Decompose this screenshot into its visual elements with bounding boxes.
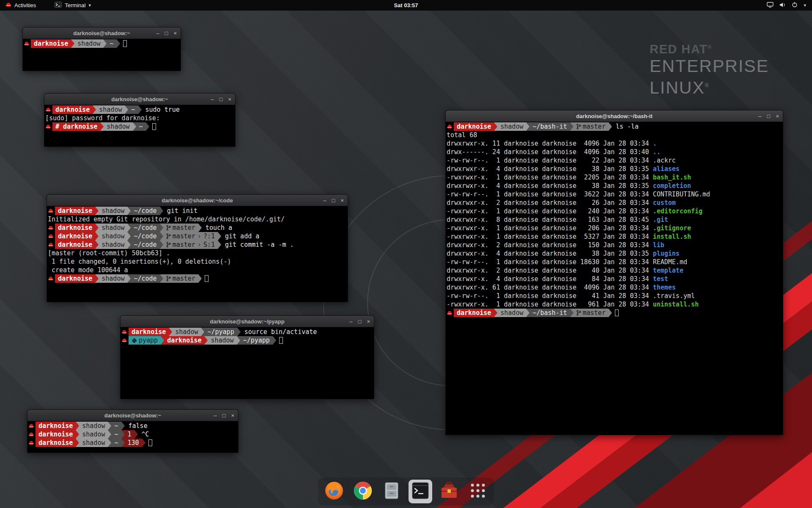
close-button[interactable]: × xyxy=(776,113,779,119)
terminal-line: -rwxrwxr-x. 1 darknoise darknoise 961 Ja… xyxy=(447,300,782,309)
close-button[interactable]: × xyxy=(228,96,231,102)
minimize-button[interactable]: – xyxy=(211,96,214,102)
rhel-wallpaper-logo: RED HAT® ENTERPRISE LINUX® xyxy=(650,42,769,97)
redhat-prompt-icon xyxy=(28,430,36,439)
file-name: .gitignore xyxy=(653,224,691,232)
cursor-block xyxy=(205,275,208,282)
file-name: README.md xyxy=(653,258,687,266)
dock-item-show-apps[interactable] xyxy=(466,480,490,503)
close-button[interactable]: × xyxy=(173,30,177,36)
terminal-content[interactable]: darknoiseshadow~/pyapp source bin/activa… xyxy=(121,327,374,399)
redhat-prompt-icon xyxy=(121,336,129,345)
window-title: darknoise@shadow:~ xyxy=(111,96,168,102)
command-text: git add a xyxy=(221,232,259,240)
terminal-line: drwxrwxr-x. 2 darknoise darknoise 150 Ja… xyxy=(447,241,782,249)
dock-item-toolbox[interactable] xyxy=(437,480,461,503)
window-titlebar[interactable]: darknoise@shadow:~–□× xyxy=(44,94,235,105)
show-apps-icon xyxy=(469,482,487,501)
files-icon xyxy=(382,481,401,502)
dock-item-terminal[interactable] xyxy=(409,480,432,503)
powerline-separator-icon xyxy=(95,240,99,249)
dock-item-chrome[interactable] xyxy=(351,480,375,503)
maximize-button[interactable]: □ xyxy=(165,30,168,36)
terminal-window-pyapp: darknoise@shadow:~/pyapp–□×darknoiseshad… xyxy=(120,315,374,399)
file-name: .. xyxy=(653,148,661,156)
terminal-content[interactable]: darknoiseshadow~ xyxy=(23,39,181,71)
terminal-line: Initialized empty Git repository in /hom… xyxy=(48,215,347,224)
terminal-window-home-1: darknoise@shadow:~–□×darknoiseshadow~ xyxy=(22,27,181,71)
file-name: lib xyxy=(653,241,664,249)
terminal-line: pyappdarknoiseshadow~/pyapp xyxy=(121,336,373,345)
powerline-separator-icon xyxy=(95,232,99,240)
dock-item-firefox[interactable] xyxy=(322,480,346,503)
powerline-segment-host: shadow xyxy=(497,122,526,131)
powerline-segment-path: ~/code xyxy=(131,240,159,249)
window-controls: –□× xyxy=(349,316,370,327)
terminal-line: darknoiseshadow~/bash-itmaster ls -la xyxy=(447,122,782,131)
terminal-window-code: darknoise@shadow:~/code–□×darknoiseshado… xyxy=(47,194,348,302)
window-titlebar[interactable]: darknoise@shadow:~/bash-it–□× xyxy=(446,110,783,122)
window-titlebar[interactable]: darknoise@shadow:~–□× xyxy=(27,410,238,421)
redhat-prompt-icon xyxy=(48,240,55,249)
minimize-button[interactable]: – xyxy=(156,30,159,36)
minimize-button[interactable]: – xyxy=(214,412,217,419)
powerline-separator-icon xyxy=(108,422,111,430)
app-menu-terminal[interactable]: Terminal ▾ xyxy=(50,0,95,11)
powerline-segment-path: ~ xyxy=(111,422,121,430)
terminal-content[interactable]: darknoiseshadow~ falsedarknoiseshadow~1 … xyxy=(27,421,238,453)
powerline-separator-icon xyxy=(134,430,138,439)
maximize-button[interactable]: □ xyxy=(222,412,226,419)
cursor-block xyxy=(279,337,283,344)
terminal-content[interactable]: darknoiseshadow~/code git initInitialize… xyxy=(47,206,348,302)
terminal-line: -rw-rw-r--. 1 darknoise darknoise 22 Jan… xyxy=(447,156,782,165)
terminal-line: -rw-rw-r--. 1 darknoise darknoise 18630 … xyxy=(447,258,782,266)
top-bar: Activities Terminal ▾ Sat 03:57 ▾ xyxy=(0,0,812,11)
window-titlebar[interactable]: darknoise@shadow:~/pyapp–□× xyxy=(121,316,374,327)
maximize-button[interactable]: □ xyxy=(767,113,771,119)
terminal-line: drwxrwxr-x. 8 darknoise darknoise 163 Ja… xyxy=(447,215,782,224)
window-titlebar[interactable]: darknoise@shadow:~–□× xyxy=(23,28,181,39)
powerline-segment-host: shadow xyxy=(99,240,127,249)
close-button[interactable]: × xyxy=(367,318,370,325)
powerline-separator-icon xyxy=(125,105,128,114)
git-stat-divider-icon: › xyxy=(195,232,203,240)
dock-item-files[interactable] xyxy=(380,480,403,503)
minimize-button[interactable]: – xyxy=(323,197,326,204)
terminal-content[interactable]: darknoiseshadow~/bash-itmaster ls -latot… xyxy=(446,122,783,435)
powerline-separator-icon xyxy=(160,232,163,240)
terminal-window-sudo: darknoise@shadow:~–□×darknoiseshadow~ su… xyxy=(44,93,236,147)
terminal-line: drwxrwxr-x. 4 darknoise darknoise 84 Jan… xyxy=(447,275,782,283)
activities-button[interactable]: Activities xyxy=(0,0,41,11)
powerline-segment-host: shadow xyxy=(79,439,108,447)
file-name: custom xyxy=(653,199,676,207)
powerline-segment-path: ~/pyapp xyxy=(240,336,273,345)
file-name: test xyxy=(653,275,668,283)
powerline-separator-icon xyxy=(93,105,96,114)
terminal-line: -rwxrwxr-x. 1 darknoise darknoise 2205 J… xyxy=(447,173,782,182)
maximize-button[interactable]: □ xyxy=(332,197,335,204)
file-name: CONTRIBUTING.md xyxy=(653,190,710,198)
close-button[interactable]: × xyxy=(340,197,344,204)
terminal-content[interactable]: darknoiseshadow~ sudo true[sudo] passwor… xyxy=(44,105,235,146)
minimize-button[interactable]: – xyxy=(349,318,352,325)
window-titlebar[interactable]: darknoise@shadow:~/code–□× xyxy=(47,195,348,206)
powerline-separator-icon xyxy=(138,105,142,114)
system-status-area[interactable]: ▾ xyxy=(767,2,812,9)
desktop: RED HAT® ENTERPRISE LINUX® Activities Te… xyxy=(0,0,812,508)
maximize-button[interactable]: □ xyxy=(219,96,223,102)
powerline-separator-icon xyxy=(204,336,208,345)
powerline-separator-icon xyxy=(570,122,573,131)
terminal-line: drwxrwxr-x. 2 darknoise darknoise 26 Jan… xyxy=(447,199,782,207)
maximize-button[interactable]: □ xyxy=(358,318,362,325)
powerline-separator-icon xyxy=(160,274,163,283)
powerline-segment-host: shadow xyxy=(99,224,127,232)
cursor-block xyxy=(148,439,152,446)
terminal-line: darknoiseshadow~/code git init xyxy=(48,207,347,215)
powerline-segment-path: ~/bash-it xyxy=(529,122,570,131)
close-button[interactable]: × xyxy=(231,412,234,419)
clock[interactable]: Sat 03:57 xyxy=(394,2,418,8)
powerline-segment-user: darknoise xyxy=(454,309,494,317)
display-icon xyxy=(767,2,774,9)
minimize-button[interactable]: – xyxy=(758,113,761,119)
window-title: darknoise@shadow:~/bash-it xyxy=(576,113,653,119)
